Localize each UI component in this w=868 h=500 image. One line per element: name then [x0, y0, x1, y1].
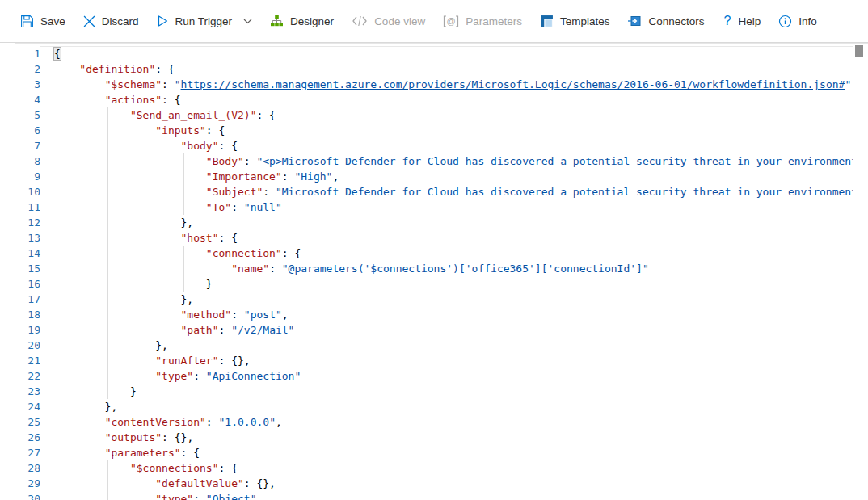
- line-number[interactable]: 9: [15, 169, 40, 184]
- svg-text:@: @: [447, 16, 456, 26]
- code-line-30[interactable]: 30 "type": "Object": [15, 491, 868, 500]
- code-view-icon: [352, 15, 368, 27]
- code-line-8[interactable]: 8 "Body": "<p>Microsoft Defender for Clo…: [15, 153, 868, 169]
- code-line-18[interactable]: 18 "method": "post",: [15, 307, 868, 322]
- line-number[interactable]: 21: [15, 353, 40, 368]
- code-content: "outputs": {},: [40, 430, 853, 445]
- discard-icon: [83, 15, 95, 27]
- line-number[interactable]: 5: [15, 107, 40, 123]
- line-number[interactable]: 10: [15, 184, 40, 200]
- line-number[interactable]: 24: [15, 399, 40, 414]
- code-content: "Body": "<p>Microsoft Defender for Cloud…: [40, 153, 853, 169]
- code-content: "Send_an_email_(V2)": {: [40, 107, 853, 123]
- line-number[interactable]: 7: [15, 138, 40, 153]
- code-line-22[interactable]: 22 "type": "ApiConnection": [15, 368, 868, 384]
- toolbar-templates-button[interactable]: Templates: [531, 10, 619, 33]
- schema-url-link[interactable]: https://schema.management.azure.com/prov…: [181, 78, 845, 90]
- save-icon: [20, 15, 34, 28]
- code-line-12[interactable]: 12 },: [15, 215, 868, 230]
- code-line-13[interactable]: 13 "host": {: [15, 230, 868, 246]
- run-trigger-icon: [157, 15, 169, 27]
- toolbar-info-button[interactable]: Info: [769, 10, 826, 33]
- code-line-2[interactable]: 2 "definition": {: [15, 61, 868, 77]
- code-line-6[interactable]: 6 "inputs": {: [15, 123, 868, 138]
- line-number[interactable]: 14: [15, 246, 40, 261]
- code-content: "To": "null": [40, 200, 853, 215]
- code-line-5[interactable]: 5 "Send_an_email_(V2)": {: [15, 107, 868, 123]
- code-line-4[interactable]: 4 "actions": {: [15, 92, 868, 107]
- toolbar-designer-label: Designer: [290, 15, 334, 27]
- code-line-21[interactable]: 21 "runAfter": {},: [15, 353, 868, 368]
- code-line-15[interactable]: 15 "name": "@parameters('$connections')[…: [15, 261, 868, 276]
- code-line-7[interactable]: 7 "body": {: [15, 138, 868, 153]
- code-content: "type": "Object": [40, 491, 853, 500]
- code-line-17[interactable]: 17 },: [15, 292, 868, 307]
- code-line-28[interactable]: 28 "$connections": {: [15, 460, 868, 476]
- toolbar-run-trigger-label: Run Trigger: [175, 15, 233, 27]
- svg-text:?: ?: [723, 14, 731, 27]
- code-line-3[interactable]: 3 "$schema": "https://schema.management.…: [15, 77, 868, 92]
- code-content: "runAfter": {},: [40, 353, 853, 368]
- line-number[interactable]: 2: [15, 61, 40, 77]
- line-number[interactable]: 22: [15, 368, 40, 384]
- toolbar-connectors-button[interactable]: Connectors: [618, 10, 713, 32]
- code-line-14[interactable]: 14 "connection": {: [15, 246, 868, 261]
- code-line-24[interactable]: 24 },: [15, 399, 868, 414]
- line-number[interactable]: 17: [15, 292, 40, 307]
- line-number[interactable]: 6: [15, 123, 40, 138]
- line-number[interactable]: 8: [15, 153, 40, 169]
- line-number[interactable]: 1: [15, 46, 40, 61]
- code-content: "body": {: [40, 138, 853, 153]
- toolbar-designer-button[interactable]: Designer: [261, 10, 343, 32]
- code-content: "defaultValue": {},: [40, 476, 853, 491]
- line-number[interactable]: 29: [15, 476, 40, 491]
- code-line-26[interactable]: 26 "outputs": {},: [15, 430, 868, 445]
- code-line-11[interactable]: 11 "To": "null": [15, 200, 868, 215]
- line-number[interactable]: 27: [15, 445, 40, 460]
- code-line-9[interactable]: 9 "Importance": "High",: [15, 169, 868, 184]
- code-line-10[interactable]: 10 "Subject": "Microsoft Defender for Cl…: [15, 184, 868, 200]
- help-icon: ?: [723, 14, 732, 28]
- toolbar-parameters-label: Parameters: [466, 15, 522, 27]
- code-editor[interactable]: 1{2 "definition": {3 "$schema": "https:/…: [15, 43, 868, 500]
- toolbar-discard-button[interactable]: Discard: [74, 11, 148, 32]
- line-number[interactable]: 11: [15, 200, 40, 215]
- toolbar-save-button[interactable]: Save: [11, 10, 74, 33]
- line-number[interactable]: 28: [15, 460, 40, 476]
- scrollbar-thumb[interactable]: [855, 45, 863, 57]
- line-number[interactable]: 13: [15, 230, 40, 246]
- line-number[interactable]: 20: [15, 338, 40, 353]
- toolbar-code-view-label: Code view: [374, 15, 425, 27]
- code-lines: 1{2 "definition": {3 "$schema": "https:/…: [15, 44, 868, 500]
- line-number[interactable]: 16: [15, 276, 40, 292]
- connectors-icon: [627, 15, 642, 27]
- chevron-down-icon[interactable]: [243, 19, 252, 24]
- code-content: "$schema": "https://schema.management.az…: [40, 77, 853, 92]
- designer-icon: [270, 15, 284, 27]
- line-number[interactable]: 30: [15, 491, 40, 500]
- code-content: "definition": {: [40, 61, 853, 77]
- line-number[interactable]: 12: [15, 215, 40, 230]
- line-number[interactable]: 15: [15, 261, 40, 276]
- code-line-19[interactable]: 19 "path": "/v2/Mail": [15, 322, 868, 338]
- line-number[interactable]: 3: [15, 77, 40, 92]
- code-content: },: [40, 292, 853, 307]
- line-number[interactable]: 4: [15, 92, 40, 107]
- code-line-20[interactable]: 20 },: [15, 338, 868, 353]
- toolbar-help-button[interactable]: ?Help: [714, 9, 770, 33]
- code-line-25[interactable]: 25 "contentVersion": "1.0.0.0",: [15, 414, 868, 430]
- code-line-1[interactable]: 1{: [15, 46, 868, 61]
- code-content: "method": "post",: [40, 307, 853, 322]
- code-line-27[interactable]: 27 "parameters": {: [15, 445, 868, 460]
- code-line-29[interactable]: 29 "defaultValue": {},: [15, 476, 868, 491]
- line-number[interactable]: 18: [15, 307, 40, 322]
- code-line-23[interactable]: 23 }: [15, 384, 868, 399]
- code-line-16[interactable]: 16 }: [15, 276, 868, 292]
- toolbar-run-trigger-button[interactable]: Run Trigger: [148, 10, 262, 32]
- line-number[interactable]: 25: [15, 414, 40, 430]
- line-number[interactable]: 26: [15, 430, 40, 445]
- toolbar-save-label: Save: [40, 15, 65, 27]
- vertical-scrollbar[interactable]: [853, 44, 868, 500]
- line-number[interactable]: 23: [15, 384, 40, 399]
- line-number[interactable]: 19: [15, 322, 40, 338]
